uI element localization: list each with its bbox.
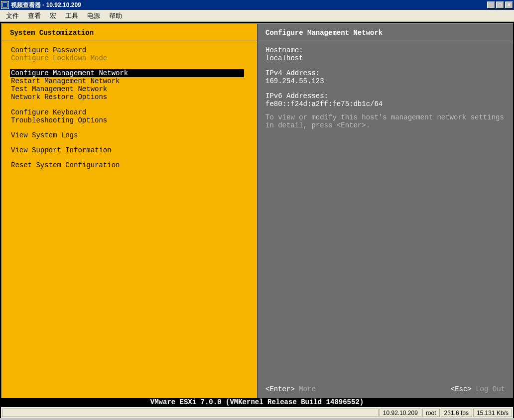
window-controls: _ □ × <box>487 1 513 8</box>
menu-item-configure-password[interactable]: Configure Password <box>10 46 244 54</box>
status-strip: 10.92.10.209 root 231.6 fps 15.131 Kb/s <box>1 407 513 418</box>
help-text: To view or modify this host's management… <box>265 113 505 129</box>
status-ip: 10.92.10.209 <box>380 409 421 417</box>
enter-label: More <box>295 385 316 393</box>
menubar: 文件 查看 宏 工具 电源 帮助 <box>0 10 514 22</box>
console-area: System Customization Configure PasswordC… <box>0 22 514 418</box>
status-user: root <box>422 409 440 417</box>
menu-macro[interactable]: 宏 <box>46 10 60 21</box>
hostname-label: Hostname: <box>265 46 505 54</box>
window-title: 视频查看器 - 10.92.10.209 <box>11 1 487 9</box>
system-menu: Configure PasswordConfigure Lockdown Mod… <box>2 40 257 398</box>
menu-spacer <box>10 124 249 131</box>
ipv4-label: IPv4 Address: <box>265 69 505 77</box>
hint-enter: <Enter> More <box>265 385 316 393</box>
menu-spacer <box>10 62 249 69</box>
menu-item-reset-system-configuration[interactable]: Reset System Configuration <box>10 161 244 169</box>
menu-power[interactable]: 电源 <box>83 10 104 21</box>
maximize-button[interactable]: □ <box>496 1 504 8</box>
right-pane-title: Configure Management Network <box>257 24 513 40</box>
app-icon <box>1 1 9 9</box>
dcui-screen: System Customization Configure PasswordC… <box>1 23 513 398</box>
hint-esc: <Esc> Log Out <box>451 385 505 393</box>
menu-help[interactable]: 帮助 <box>105 10 126 21</box>
esc-label: Log Out <box>472 385 505 393</box>
menu-item-view-support-information[interactable]: View Support Information <box>10 146 244 154</box>
menu-item-test-management-network[interactable]: Test Management Network <box>10 85 244 93</box>
status-filler <box>2 409 379 417</box>
menu-item-network-restore-options[interactable]: Network Restore Options <box>10 93 244 101</box>
enter-key: <Enter> <box>265 385 295 393</box>
menu-item-troubleshooting-options[interactable]: Troubleshooting Options <box>10 116 244 124</box>
menu-spacer <box>10 102 249 108</box>
menu-spacer <box>10 154 249 161</box>
esc-key: <Esc> <box>451 385 472 393</box>
window-titlebar: 视频查看器 - 10.92.10.209 _ □ × <box>0 0 514 10</box>
ipv6-value: fe80::f24d:a2ff:fe75:db1c/64 <box>265 100 505 108</box>
left-pane-title: System Customization <box>2 24 257 40</box>
left-pane: System Customization Configure PasswordC… <box>2 24 257 398</box>
menu-spacer <box>10 139 249 146</box>
detail-body: Hostname: localhost IPv4 Address: 169.25… <box>257 40 513 381</box>
menu-file[interactable]: 文件 <box>2 10 23 21</box>
menu-item-configure-management-network[interactable]: Configure Management Network <box>10 69 244 77</box>
status-fps: 231.6 fps <box>441 409 472 417</box>
version-bar: VMware ESXi 7.0.0 (VMKernel Release Buil… <box>1 398 513 407</box>
close-button[interactable]: × <box>505 1 513 8</box>
menu-tools[interactable]: 工具 <box>61 10 82 21</box>
footer-hints: <Enter> More <Esc> Log Out <box>257 381 513 398</box>
right-pane: Configure Management Network Hostname: l… <box>257 24 513 398</box>
menu-item-view-system-logs[interactable]: View System Logs <box>10 131 244 139</box>
status-bw: 15.131 Kb/s <box>473 409 512 417</box>
minimize-button[interactable]: _ <box>487 1 495 8</box>
menu-view[interactable]: 查看 <box>24 10 45 21</box>
menu-item-restart-management-network[interactable]: Restart Management Network <box>10 77 244 85</box>
hostname-value: localhost <box>265 54 505 62</box>
ipv4-value: 169.254.55.123 <box>265 77 505 85</box>
ipv6-label: IPv6 Addresses: <box>265 92 505 100</box>
menu-item-configure-keyboard[interactable]: Configure Keyboard <box>10 108 244 116</box>
menu-item-configure-lockdown-mode: Configure Lockdown Mode <box>10 54 244 62</box>
